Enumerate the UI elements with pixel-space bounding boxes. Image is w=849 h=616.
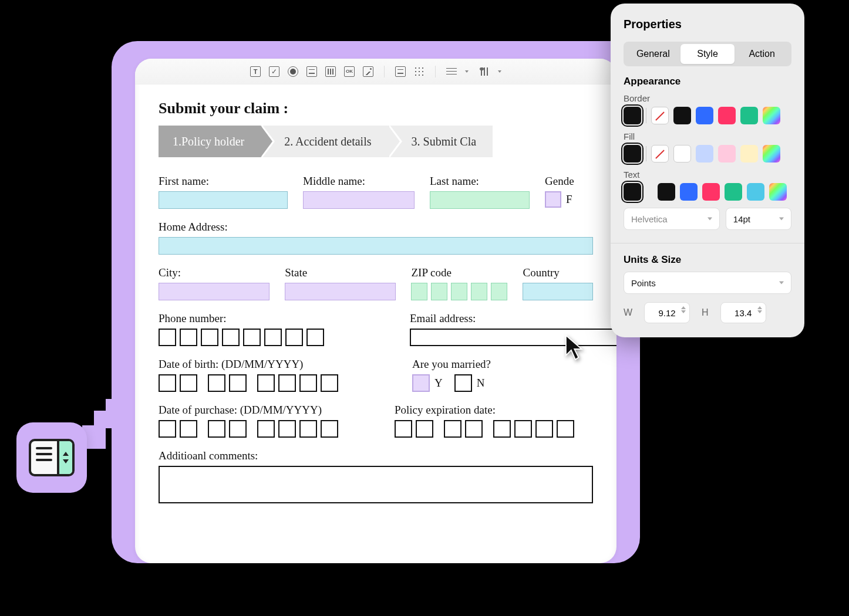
comments-input[interactable] bbox=[159, 466, 593, 503]
fill-swatch-lblue[interactable] bbox=[696, 145, 713, 163]
list-icon[interactable] bbox=[306, 66, 317, 77]
toolbar bbox=[135, 59, 616, 84]
home-address-input[interactable] bbox=[159, 237, 593, 255]
height-label: H bbox=[702, 307, 709, 318]
font-value: Helvetica bbox=[631, 214, 668, 224]
width-label: W bbox=[624, 307, 632, 318]
chevron-down-icon bbox=[708, 218, 712, 221]
fill-swatch-selected[interactable] bbox=[624, 145, 641, 163]
align-caret-icon[interactable] bbox=[465, 70, 469, 73]
height-value: 13.4 bbox=[735, 308, 752, 318]
border-swatch-none[interactable] bbox=[651, 107, 669, 124]
fill-swatch-lpink[interactable] bbox=[718, 145, 736, 163]
first-name-input[interactable] bbox=[159, 191, 288, 209]
step-accident-details[interactable]: 2. Accident details bbox=[261, 126, 388, 157]
page-title: Submit your claim : bbox=[159, 100, 593, 117]
units-value: Points bbox=[631, 278, 656, 288]
state-input[interactable] bbox=[285, 283, 396, 300]
text-swatches bbox=[624, 183, 791, 201]
expiry-label: Policy expiration date: bbox=[395, 404, 574, 417]
last-name-input[interactable] bbox=[430, 191, 530, 209]
align-icon[interactable] bbox=[446, 66, 457, 77]
zip-input[interactable] bbox=[411, 283, 507, 300]
widget-icon-card bbox=[16, 422, 87, 493]
height-input[interactable]: 13.4 bbox=[720, 302, 766, 323]
step-policy-holder[interactable]: 1.Policy holder bbox=[159, 126, 261, 157]
grid-icon[interactable] bbox=[414, 66, 424, 77]
fill-swatch-lyellow[interactable] bbox=[740, 145, 758, 163]
list-stepper-icon bbox=[29, 439, 75, 476]
text-swatch-cyan[interactable] bbox=[747, 183, 764, 201]
step-submit-claim[interactable]: 3. Submit Cla bbox=[388, 126, 493, 157]
tab-action[interactable]: Action bbox=[735, 44, 789, 64]
units-select[interactable]: Points bbox=[624, 272, 791, 294]
married-no-label: N bbox=[477, 377, 485, 390]
font-size-select[interactable]: 14pt bbox=[726, 208, 791, 230]
text-label: Text bbox=[624, 170, 791, 180]
font-select[interactable]: Helvetica bbox=[624, 208, 720, 230]
text-swatch-custom[interactable] bbox=[769, 183, 787, 201]
fill-swatch-white[interactable] bbox=[673, 145, 691, 163]
appearance-heading: Appearance bbox=[624, 76, 791, 87]
comments-label: Additioanl comments: bbox=[159, 449, 593, 462]
date-icon[interactable] bbox=[395, 66, 406, 77]
married-yes-box[interactable] bbox=[412, 374, 430, 392]
border-swatch-custom[interactable] bbox=[763, 107, 780, 124]
font-size-value: 14pt bbox=[733, 214, 750, 224]
cursor-icon bbox=[564, 334, 580, 358]
checkbox-icon[interactable] bbox=[269, 66, 279, 77]
gender-value: F bbox=[566, 193, 572, 206]
width-input[interactable]: 9.12 bbox=[644, 302, 690, 323]
text-field-icon[interactable] bbox=[250, 66, 261, 77]
text-swatch-blue[interactable] bbox=[680, 183, 698, 201]
married-no-box[interactable] bbox=[454, 374, 472, 392]
gender-label: Gende bbox=[545, 175, 592, 188]
fill-swatch-custom[interactable] bbox=[763, 145, 780, 163]
country-input[interactable] bbox=[523, 283, 593, 300]
adjust-caret-icon[interactable] bbox=[498, 70, 501, 73]
text-swatch-black[interactable] bbox=[658, 183, 675, 201]
fill-swatch-none[interactable] bbox=[651, 145, 669, 163]
dob-input[interactable] bbox=[159, 374, 338, 392]
border-swatch-selected[interactable] bbox=[624, 107, 641, 124]
expiry-input[interactable] bbox=[395, 420, 574, 438]
border-swatch-black[interactable] bbox=[673, 107, 691, 124]
text-swatch-green[interactable] bbox=[725, 183, 742, 201]
border-swatch-pink[interactable] bbox=[718, 107, 736, 124]
home-address-label: Home Address: bbox=[159, 221, 593, 233]
dop-input[interactable] bbox=[159, 420, 338, 438]
chevron-down-icon bbox=[779, 282, 784, 285]
radio-icon[interactable] bbox=[288, 66, 298, 77]
fill-label: Fill bbox=[624, 131, 791, 141]
phone-label: Phone number: bbox=[159, 312, 324, 325]
border-swatch-green[interactable] bbox=[740, 107, 758, 124]
panel-title: Properties bbox=[624, 18, 791, 31]
zip-label: ZIP code bbox=[411, 266, 507, 279]
document-window: Submit your claim : 1.Policy holder 2. A… bbox=[135, 59, 616, 563]
gender-box[interactable] bbox=[545, 191, 561, 208]
city-input[interactable] bbox=[159, 283, 269, 300]
first-name-label: First name: bbox=[159, 175, 288, 188]
adjust-icon[interactable] bbox=[479, 66, 490, 77]
dop-label: Date of purchase: (DD/MM/YYYY) bbox=[159, 404, 338, 417]
button-icon[interactable] bbox=[344, 66, 355, 77]
city-label: City: bbox=[159, 266, 269, 279]
fill-swatches bbox=[624, 145, 791, 163]
tab-general[interactable]: General bbox=[626, 44, 680, 64]
state-label: State bbox=[285, 266, 396, 279]
text-swatch-pink[interactable] bbox=[702, 183, 720, 201]
combo-icon[interactable] bbox=[325, 66, 336, 77]
properties-panel: Properties General Style Action Appearan… bbox=[611, 4, 804, 337]
border-label: Border bbox=[624, 93, 791, 103]
text-swatch-selected[interactable] bbox=[624, 183, 641, 201]
phone-input[interactable] bbox=[159, 329, 324, 346]
tab-style[interactable]: Style bbox=[680, 44, 735, 64]
image-icon[interactable] bbox=[363, 66, 373, 77]
middle-name-input[interactable] bbox=[303, 191, 415, 209]
email-label: Email address: bbox=[410, 312, 616, 325]
married-label: Are you married? bbox=[412, 358, 491, 371]
married-yes-label: Y bbox=[434, 377, 443, 390]
dob-label: Date of birth: (DD/MM/YYYY) bbox=[159, 358, 338, 371]
border-swatch-blue[interactable] bbox=[696, 107, 713, 124]
width-value: 9.12 bbox=[659, 308, 676, 318]
